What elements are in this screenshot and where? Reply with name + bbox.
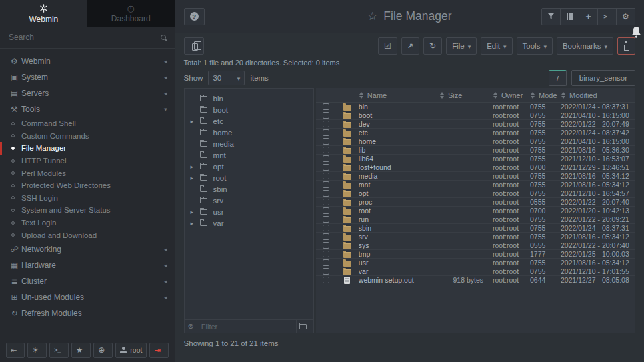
table-row-run[interactable]: run root:root 0755 2022/01/22 - 20:09:21 [316, 215, 635, 223]
row-name[interactable]: opt [359, 189, 439, 197]
table-row-bin[interactable]: bin root:root 0755 2022/01/24 - 08:37:31 [316, 103, 635, 111]
notifications-bell-icon[interactable] [631, 26, 642, 41]
sidebar-item-networking[interactable]: Networking [0, 241, 175, 257]
sidebar-item-refresh-modules[interactable]: Refresh Modules [0, 305, 175, 321]
row-checkbox[interactable] [323, 199, 329, 205]
add-button[interactable] [579, 8, 598, 25]
sidebar-item-upload-and-download[interactable]: Upload and Download [0, 229, 175, 241]
row-name[interactable]: sbin [359, 224, 439, 232]
row-name[interactable]: lib [359, 146, 439, 154]
row-name[interactable]: root [359, 207, 439, 215]
row-checkbox[interactable] [323, 233, 329, 240]
table-row-mnt[interactable]: mnt root:root 0755 2021/08/16 - 05:34:12 [316, 180, 635, 189]
row-checkbox[interactable] [323, 225, 329, 231]
sort-icon[interactable] [359, 92, 364, 99]
expander-icon[interactable] [191, 163, 198, 170]
tree-item-root[interactable]: root [185, 172, 313, 183]
menu-button-file[interactable]: File [446, 37, 477, 55]
menu-button-bookmarks[interactable]: Bookmarks [557, 37, 613, 55]
column-modified[interactable]: Modified [561, 91, 635, 99]
row-checkbox[interactable] [323, 268, 329, 275]
table-row-tmp[interactable]: tmp root:root 1777 2022/01/25 - 10:00:03 [316, 249, 635, 258]
sidebar-item-system[interactable]: System [0, 69, 175, 85]
column-name[interactable]: Name [359, 91, 439, 99]
row-checkbox[interactable] [323, 103, 329, 110]
column-mode[interactable]: Mode [530, 91, 561, 99]
sidebar-item-system-and-server-status[interactable]: System and Server Status [0, 204, 175, 217]
sidebar-item-text-login[interactable]: Text Login [0, 217, 175, 229]
table-row-proc[interactable]: proc root:root 0555 2022/01/22 - 20:07:4… [316, 197, 635, 206]
row-checkbox[interactable] [323, 259, 329, 266]
table-row-media[interactable]: media root:root 0755 2021/08/16 - 05:34:… [316, 171, 635, 180]
row-checkbox[interactable] [323, 164, 329, 171]
row-name[interactable]: webmin-setup.out [359, 276, 439, 284]
sort-icon[interactable] [530, 92, 535, 99]
row-name[interactable]: boot [359, 111, 439, 119]
page-size-select[interactable]: 30 [208, 71, 245, 85]
row-checkbox[interactable] [323, 121, 329, 127]
tree-item-sbin[interactable]: sbin [185, 183, 313, 195]
tree-item-mnt[interactable]: mnt [185, 149, 313, 161]
sort-icon[interactable] [561, 92, 566, 99]
row-name[interactable]: bin [359, 103, 439, 111]
row-checkbox[interactable] [323, 242, 329, 249]
table-row-lost-found[interactable]: lost+found root:root 0700 2021/12/29 - 1… [316, 163, 635, 171]
row-checkbox[interactable] [323, 207, 329, 214]
sidebar-item-custom-commands[interactable]: Custom Commands [0, 130, 175, 143]
filter-button[interactable] [541, 8, 561, 25]
row-name[interactable]: lost+found [359, 163, 439, 171]
tree-item-boot[interactable]: boot [185, 104, 313, 115]
row-checkbox[interactable] [323, 147, 329, 153]
row-name[interactable]: media [359, 172, 439, 180]
sidebar-item-http-tunnel[interactable]: HTTP Tunnel [0, 155, 175, 167]
favorite-star-icon[interactable]: ☆ [367, 9, 377, 23]
sync-button[interactable] [423, 37, 442, 55]
share-button[interactable] [401, 37, 419, 55]
row-checkbox[interactable] [323, 155, 329, 162]
column-size[interactable]: Size [439, 91, 493, 99]
tab-dashboard[interactable]: Dashboard [87, 0, 175, 27]
tree-item-bin[interactable]: bin [185, 93, 313, 104]
footer-button-collapse-sidebar[interactable] [6, 343, 25, 358]
copy-path-button[interactable] [184, 37, 204, 55]
row-checkbox[interactable] [323, 216, 329, 223]
tree-item-etc[interactable]: etc [185, 115, 313, 127]
table-row-opt[interactable]: opt root:root 0755 2021/12/10 - 16:54:57 [316, 189, 635, 197]
sidebar-item-un-used-modules[interactable]: Un-used Modules [0, 289, 175, 305]
columns-button[interactable] [560, 8, 579, 25]
row-name[interactable]: lib64 [359, 155, 439, 163]
column-owner[interactable]: Owner [493, 91, 530, 99]
row-name[interactable]: mnt [359, 181, 439, 189]
tree-item-var[interactable]: var [185, 217, 313, 229]
table-row-boot[interactable]: boot root:root 0755 2021/04/10 - 16:15:0… [316, 111, 635, 119]
tab-webmin[interactable]: Webmin [0, 0, 87, 27]
row-checkbox[interactable] [323, 277, 329, 283]
table-row-sbin[interactable]: sbin root:root 0755 2022/01/24 - 08:37:3… [316, 223, 635, 232]
expander-icon[interactable] [191, 175, 198, 181]
row-checkbox[interactable] [323, 138, 329, 145]
table-row-dev[interactable]: dev root:root 0755 2022/01/22 - 20:07:49 [316, 119, 635, 128]
tree-folder-button[interactable] [296, 320, 313, 333]
table-row-etc[interactable]: etc root:root 0755 2022/01/24 - 08:37:42 [316, 128, 635, 137]
sidebar-item-cluster[interactable]: Cluster [0, 273, 175, 289]
row-checkbox[interactable] [323, 129, 329, 136]
footer-button-root[interactable]: root [115, 343, 147, 358]
row-checkbox[interactable] [323, 251, 329, 257]
table-row-home[interactable]: home root:root 0755 2021/04/10 - 16:15:0… [316, 137, 635, 145]
expander-icon[interactable] [191, 118, 198, 125]
tree-item-opt[interactable]: opt [185, 161, 313, 172]
menu-button-tools[interactable]: Tools [517, 37, 553, 55]
row-name[interactable]: dev [359, 120, 439, 128]
sidebar-item-command-shell[interactable]: Command Shell [0, 117, 175, 130]
settings-button[interactable] [616, 8, 635, 25]
sort-icon[interactable] [493, 92, 498, 99]
row-checkbox[interactable] [323, 190, 329, 197]
footer-button-toggle-theme[interactable] [27, 343, 47, 358]
tree-filter-input[interactable] [197, 320, 296, 333]
table-row-sys[interactable]: sys root:root 0555 2022/01/22 - 20:07:40 [316, 241, 635, 249]
tree-item-usr[interactable]: usr [185, 206, 313, 217]
row-name[interactable]: proc [359, 198, 439, 206]
menu-button-edit[interactable]: Edit [481, 37, 512, 55]
row-checkbox[interactable] [323, 112, 329, 119]
breadcrumb-segment[interactable]: binary_sensor [571, 70, 635, 86]
